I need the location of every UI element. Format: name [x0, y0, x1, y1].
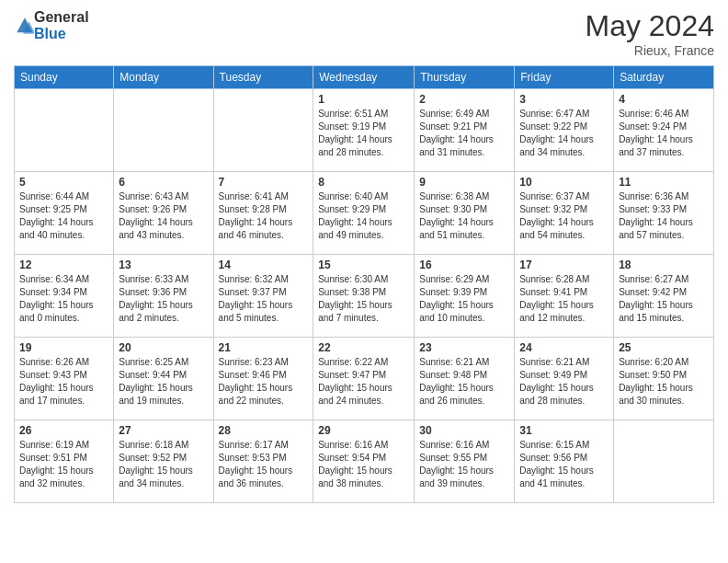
table-row: 7Sunrise: 6:41 AM Sunset: 9:28 PM Daylig…	[213, 172, 313, 255]
day-info: Sunrise: 6:23 AM Sunset: 9:46 PM Dayligh…	[219, 356, 309, 408]
calendar-week-1: 5Sunrise: 6:44 AM Sunset: 9:25 PM Daylig…	[15, 172, 714, 255]
day-number: 15	[318, 259, 409, 271]
day-info: Sunrise: 6:18 AM Sunset: 9:52 PM Dayligh…	[119, 439, 208, 490]
day-info: Sunrise: 6:43 AM Sunset: 9:26 PM Dayligh…	[119, 190, 208, 242]
table-row: 23Sunrise: 6:21 AM Sunset: 9:48 PM Dayli…	[415, 338, 515, 420]
day-number: 1	[318, 93, 409, 106]
table-row: 14Sunrise: 6:32 AM Sunset: 9:37 PM Dayli…	[213, 255, 313, 338]
header-friday: Friday	[515, 66, 614, 89]
day-info: Sunrise: 6:51 AM Sunset: 9:19 PM Dayligh…	[318, 108, 409, 159]
day-number: 5	[19, 176, 108, 189]
table-row: 22Sunrise: 6:22 AM Sunset: 9:47 PM Dayli…	[313, 338, 415, 420]
header-sunday: Sunday	[15, 66, 114, 89]
day-info: Sunrise: 6:34 AM Sunset: 9:34 PM Dayligh…	[19, 273, 108, 325]
day-number: 23	[419, 341, 509, 354]
table-row: 16Sunrise: 6:29 AM Sunset: 9:39 PM Dayli…	[415, 255, 515, 338]
table-row: 11Sunrise: 6:36 AM Sunset: 9:33 PM Dayli…	[614, 172, 714, 255]
table-row	[614, 420, 714, 503]
table-row: 17Sunrise: 6:28 AM Sunset: 9:41 PM Dayli…	[515, 255, 614, 338]
day-number: 30	[419, 424, 509, 437]
table-row: 29Sunrise: 6:16 AM Sunset: 9:54 PM Dayli…	[313, 420, 415, 503]
day-number: 31	[519, 424, 609, 437]
logo-blue-text: Blue	[34, 26, 66, 41]
table-row: 31Sunrise: 6:15 AM Sunset: 9:56 PM Dayli…	[515, 420, 614, 503]
header-wednesday: Wednesday	[313, 66, 415, 89]
day-info: Sunrise: 6:21 AM Sunset: 9:48 PM Dayligh…	[419, 356, 509, 408]
table-row	[15, 89, 114, 172]
day-info: Sunrise: 6:46 AM Sunset: 9:24 PM Dayligh…	[619, 108, 709, 159]
day-info: Sunrise: 6:15 AM Sunset: 9:56 PM Dayligh…	[519, 439, 609, 490]
day-number: 6	[119, 176, 208, 189]
day-info: Sunrise: 6:19 AM Sunset: 9:51 PM Dayligh…	[19, 439, 108, 490]
title-block: May 2024 Rieux, France	[585, 9, 714, 58]
table-row: 12Sunrise: 6:34 AM Sunset: 9:34 PM Dayli…	[15, 255, 114, 338]
day-info: Sunrise: 6:47 AM Sunset: 9:22 PM Dayligh…	[519, 108, 609, 159]
weekday-header-row: Sunday Monday Tuesday Wednesday Thursday…	[15, 66, 714, 89]
day-number: 10	[519, 176, 609, 189]
table-row: 20Sunrise: 6:25 AM Sunset: 9:44 PM Dayli…	[114, 338, 213, 420]
day-number: 28	[219, 424, 309, 437]
table-row: 15Sunrise: 6:30 AM Sunset: 9:38 PM Dayli…	[313, 255, 415, 338]
day-number: 26	[19, 424, 108, 437]
table-row: 3Sunrise: 6:47 AM Sunset: 9:22 PM Daylig…	[515, 89, 614, 172]
table-row: 21Sunrise: 6:23 AM Sunset: 9:46 PM Dayli…	[213, 338, 313, 420]
day-number: 2	[419, 93, 509, 106]
day-number: 8	[318, 176, 409, 189]
day-number: 16	[419, 259, 509, 271]
calendar-week-0: 1Sunrise: 6:51 AM Sunset: 9:19 PM Daylig…	[15, 89, 714, 172]
day-info: Sunrise: 6:17 AM Sunset: 9:53 PM Dayligh…	[219, 439, 309, 490]
table-row: 2Sunrise: 6:49 AM Sunset: 9:21 PM Daylig…	[415, 89, 515, 172]
day-info: Sunrise: 6:16 AM Sunset: 9:54 PM Dayligh…	[318, 439, 409, 490]
table-row: 8Sunrise: 6:40 AM Sunset: 9:29 PM Daylig…	[313, 172, 415, 255]
page: General Blue May 2024 Rieux, France Sund…	[0, 0, 728, 563]
table-row: 24Sunrise: 6:21 AM Sunset: 9:49 PM Dayli…	[515, 338, 614, 420]
calendar-week-2: 12Sunrise: 6:34 AM Sunset: 9:34 PM Dayli…	[15, 255, 714, 338]
day-number: 12	[19, 259, 108, 271]
day-info: Sunrise: 6:30 AM Sunset: 9:38 PM Dayligh…	[318, 273, 409, 325]
table-row: 4Sunrise: 6:46 AM Sunset: 9:24 PM Daylig…	[614, 89, 714, 172]
day-info: Sunrise: 6:21 AM Sunset: 9:49 PM Dayligh…	[519, 356, 609, 408]
location: Rieux, France	[585, 43, 714, 58]
table-row: 6Sunrise: 6:43 AM Sunset: 9:26 PM Daylig…	[114, 172, 213, 255]
calendar-table: Sunday Monday Tuesday Wednesday Thursday…	[14, 65, 714, 503]
logo-icon	[16, 17, 34, 35]
table-row: 27Sunrise: 6:18 AM Sunset: 9:52 PM Dayli…	[114, 420, 213, 503]
logo: General Blue	[14, 9, 89, 41]
day-number: 25	[619, 341, 709, 354]
day-info: Sunrise: 6:38 AM Sunset: 9:30 PM Dayligh…	[419, 190, 509, 242]
day-number: 13	[119, 259, 208, 271]
day-info: Sunrise: 6:41 AM Sunset: 9:28 PM Dayligh…	[219, 190, 309, 242]
table-row	[213, 89, 313, 172]
day-info: Sunrise: 6:28 AM Sunset: 9:41 PM Dayligh…	[519, 273, 609, 325]
table-row: 13Sunrise: 6:33 AM Sunset: 9:36 PM Dayli…	[114, 255, 213, 338]
header-thursday: Thursday	[415, 66, 515, 89]
day-number: 21	[219, 341, 309, 354]
table-row: 26Sunrise: 6:19 AM Sunset: 9:51 PM Dayli…	[15, 420, 114, 503]
day-info: Sunrise: 6:27 AM Sunset: 9:42 PM Dayligh…	[619, 273, 709, 325]
day-number: 29	[318, 424, 409, 437]
table-row: 9Sunrise: 6:38 AM Sunset: 9:30 PM Daylig…	[415, 172, 515, 255]
calendar-week-4: 26Sunrise: 6:19 AM Sunset: 9:51 PM Dayli…	[15, 420, 714, 503]
table-row: 5Sunrise: 6:44 AM Sunset: 9:25 PM Daylig…	[15, 172, 114, 255]
day-number: 3	[519, 93, 609, 106]
table-row: 18Sunrise: 6:27 AM Sunset: 9:42 PM Dayli…	[614, 255, 714, 338]
day-number: 9	[419, 176, 509, 189]
header-monday: Monday	[114, 66, 213, 89]
day-info: Sunrise: 6:25 AM Sunset: 9:44 PM Dayligh…	[119, 356, 208, 408]
day-number: 11	[619, 176, 709, 189]
table-row: 1Sunrise: 6:51 AM Sunset: 9:19 PM Daylig…	[313, 89, 415, 172]
table-row: 30Sunrise: 6:16 AM Sunset: 9:55 PM Dayli…	[415, 420, 515, 503]
table-row: 19Sunrise: 6:26 AM Sunset: 9:43 PM Dayli…	[15, 338, 114, 420]
day-info: Sunrise: 6:26 AM Sunset: 9:43 PM Dayligh…	[19, 356, 108, 408]
header: General Blue May 2024 Rieux, France	[14, 9, 714, 58]
day-info: Sunrise: 6:36 AM Sunset: 9:33 PM Dayligh…	[619, 190, 709, 242]
day-number: 14	[219, 259, 309, 271]
day-info: Sunrise: 6:20 AM Sunset: 9:50 PM Dayligh…	[619, 356, 709, 408]
day-number: 18	[619, 259, 709, 271]
day-number: 24	[519, 341, 609, 354]
day-info: Sunrise: 6:29 AM Sunset: 9:39 PM Dayligh…	[419, 273, 509, 325]
header-saturday: Saturday	[614, 66, 714, 89]
table-row: 28Sunrise: 6:17 AM Sunset: 9:53 PM Dayli…	[213, 420, 313, 503]
day-number: 17	[519, 259, 609, 271]
day-info: Sunrise: 6:32 AM Sunset: 9:37 PM Dayligh…	[219, 273, 309, 325]
